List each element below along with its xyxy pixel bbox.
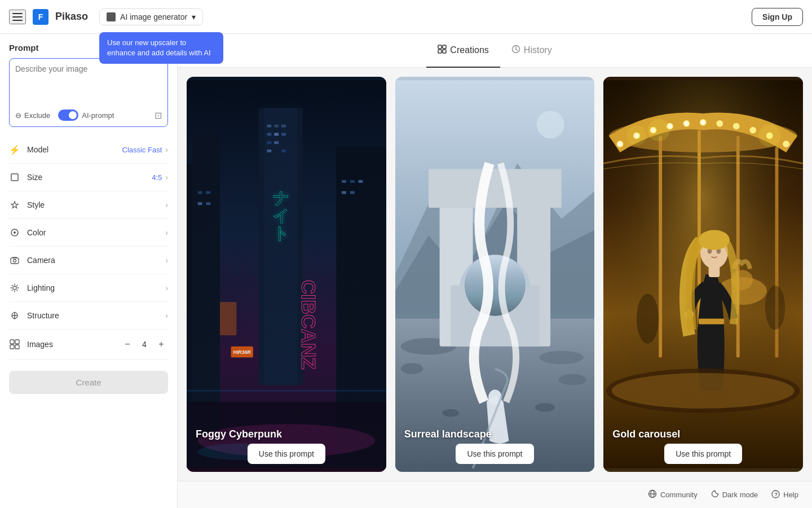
color-chevron-icon: › <box>165 228 168 237</box>
svg-point-82 <box>685 121 689 126</box>
create-button[interactable]: Create <box>9 371 168 394</box>
svg-point-62 <box>464 255 525 316</box>
size-chevron-icon: › <box>165 173 168 182</box>
images-label: Images <box>27 340 121 349</box>
gallery-card-surreal: Surreal landscape Use this prompt <box>395 77 595 472</box>
tool-selector-button[interactable]: AI image generator ▾ <box>99 8 203 25</box>
svg-point-106 <box>765 286 785 330</box>
hamburger-menu-button[interactable] <box>9 10 26 24</box>
color-label: Color <box>27 228 165 237</box>
prompt-input-container[interactable]: ⊖ Exclude AI-prompt ⊡ <box>9 58 168 127</box>
prompt-actions: ⊖ Exclude AI-prompt ⊡ <box>15 110 162 121</box>
size-icon <box>9 172 20 183</box>
app-name: Pikaso <box>55 11 88 23</box>
setting-row-structure[interactable]: Structure › <box>9 302 168 330</box>
svg-point-74 <box>618 142 623 146</box>
svg-point-5 <box>13 286 16 290</box>
upscaler-tooltip: Use our new upscaler to enhance and add … <box>99 32 223 64</box>
camera-label: Camera <box>27 256 165 265</box>
svg-rect-11 <box>443 45 446 49</box>
surreal-use-prompt-button[interactable]: Use this prompt <box>456 444 533 464</box>
structure-chevron-icon: › <box>165 311 168 320</box>
community-link[interactable]: Community <box>648 489 698 500</box>
setting-row-size[interactable]: Size 4:5 › <box>9 164 168 191</box>
svg-point-68 <box>535 403 554 412</box>
images-grid: ナイト CIBCANZ <box>178 68 812 481</box>
model-icon: ⚡ <box>9 144 20 155</box>
images-counter: − 4 + <box>121 338 168 351</box>
lighting-chevron-icon: › <box>165 283 168 292</box>
hamburger-line <box>12 16 23 17</box>
dropdown-chevron-icon: ▾ <box>192 12 196 21</box>
setting-row-camera[interactable]: Camera › <box>9 247 168 274</box>
tool-selector-icon <box>107 12 116 21</box>
size-label: Size <box>27 173 152 182</box>
svg-point-84 <box>701 120 705 125</box>
model-value: Classic Fast <box>122 146 162 154</box>
camera-chevron-icon: › <box>165 256 168 265</box>
model-chevron-icon: › <box>165 145 168 154</box>
ai-prompt-toggle[interactable] <box>58 110 78 121</box>
style-icon <box>9 199 20 211</box>
carousel-scene-svg <box>603 77 803 472</box>
prompt-textarea[interactable] <box>15 64 162 104</box>
style-chevron-icon: › <box>165 200 168 209</box>
svg-point-66 <box>558 374 586 386</box>
setting-row-color[interactable]: Color › <box>9 219 168 247</box>
cyberpunk-use-prompt-button[interactable]: Use this prompt <box>248 444 325 464</box>
color-icon <box>9 227 20 238</box>
svg-point-86 <box>733 123 740 130</box>
help-link[interactable]: ? Help <box>771 490 798 500</box>
svg-text:?: ? <box>775 492 778 497</box>
svg-point-87 <box>750 127 757 134</box>
carousel-use-prompt-button[interactable]: Use this prompt <box>664 444 742 464</box>
increase-images-button[interactable]: + <box>155 338 168 351</box>
header: F Pikaso AI image generator ▾ Use our ne… <box>0 0 812 34</box>
hamburger-line <box>12 13 23 14</box>
content-area: Creations History <box>178 34 812 508</box>
tabs-bar: Creations History <box>178 34 812 68</box>
community-icon <box>648 489 657 500</box>
gallery-card-carousel: Gold carousel Use this prompt <box>603 77 803 472</box>
exclude-label: Exclude <box>24 111 50 120</box>
svg-point-89 <box>783 141 790 147</box>
ai-prompt-label: AI-prompt <box>82 111 114 120</box>
sign-up-button[interactable]: Sign Up <box>752 8 803 26</box>
images-icon <box>9 339 20 350</box>
cyberpunk-image-label: Foggy Cyberpunk <box>196 428 282 440</box>
svg-point-108 <box>627 126 647 146</box>
logo-icon: F <box>33 9 48 25</box>
settings-list: ⚡ Model Classic Fast › Size 4:5 › Style <box>9 136 168 330</box>
setting-row-style[interactable]: Style › <box>9 191 168 219</box>
surreal-image-label: Surreal landscape <box>404 428 492 440</box>
setting-row-lighting[interactable]: Lighting › <box>9 274 168 302</box>
tab-history[interactable]: History <box>500 34 563 68</box>
setting-row-model[interactable]: ⚡ Model Classic Fast › <box>9 136 168 164</box>
grid-view-icon[interactable]: ⊡ <box>155 110 162 121</box>
community-label: Community <box>660 491 698 499</box>
help-label: Help <box>783 491 798 499</box>
decrease-images-button[interactable]: − <box>121 338 134 351</box>
size-value: 4:5 <box>152 173 162 182</box>
structure-label: Structure <box>27 311 165 320</box>
exclude-minus-icon: ⊖ <box>15 111 21 120</box>
images-count-value: 4 <box>140 340 149 349</box>
model-label: Model <box>27 145 122 154</box>
svg-rect-47 <box>187 80 386 468</box>
svg-rect-90 <box>659 135 663 357</box>
svg-point-65 <box>400 363 422 374</box>
svg-point-85 <box>717 120 723 127</box>
tab-creations[interactable]: Creations <box>426 34 500 68</box>
svg-point-107 <box>648 119 670 141</box>
svg-point-104 <box>612 373 795 409</box>
tooltip-text: Use our new upscaler to enhance and add … <box>107 38 211 57</box>
style-label: Style <box>27 200 165 209</box>
svg-rect-13 <box>443 50 446 53</box>
camera-icon <box>9 255 20 266</box>
exclude-button[interactable]: ⊖ Exclude <box>15 111 50 120</box>
svg-point-67 <box>442 409 458 417</box>
svg-point-55 <box>539 351 584 365</box>
svg-point-2 <box>14 231 16 234</box>
dark-mode-link[interactable]: Dark mode <box>711 490 758 500</box>
svg-rect-3 <box>11 258 19 264</box>
